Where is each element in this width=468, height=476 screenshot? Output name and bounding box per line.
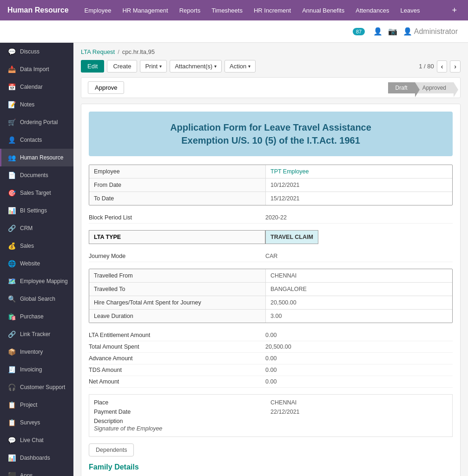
payment-date-value: 22/12/2021 <box>270 409 300 415</box>
block-period-label: Block Period List <box>89 214 265 221</box>
place-value: CHENNAI <box>270 399 297 406</box>
place-section: Place CHENNAI Payment Date 22/12/2021 De… <box>89 394 453 437</box>
sidebar-item-sales-target[interactable]: 🎯 Sales Target <box>0 184 73 202</box>
sidebar-item-live-chat[interactable]: 💬 Live Chat <box>0 431 73 449</box>
nav-attendances[interactable]: Attendances <box>351 4 394 17</box>
sidebar-item-employee-mapping[interactable]: 🗺️ Employee Mapping <box>0 272 73 290</box>
sidebar-item-inventory[interactable]: 📦 Inventory <box>0 343 73 361</box>
camera-icon: 📷 <box>388 27 397 36</box>
lta-entitlement-value: 0.00 <box>265 332 277 338</box>
inventory-icon: 📦 <box>7 347 16 357</box>
discuss-icon: 💬 <box>7 47 16 56</box>
employee-date-table: Employee TPT Employee From Date 10/12/20… <box>89 165 453 205</box>
status-pipeline: Draft Approved <box>388 82 454 93</box>
user-info: 👤 Administrator <box>403 27 458 36</box>
customer-support-icon: 🎧 <box>7 383 16 392</box>
sidebar-item-contacts[interactable]: 👤 Contacts <box>0 131 73 149</box>
edit-button[interactable]: Edit <box>81 60 104 73</box>
sidebar: 💬 Discuss 📥 Data Import 📅 Calendar 📝 Not… <box>0 43 73 476</box>
sidebar-item-website[interactable]: 🌐 Website <box>0 255 73 272</box>
invoicing-icon: 🧾 <box>7 365 16 374</box>
sidebar-item-link-tracker[interactable]: 🔗 Link Tracker <box>0 325 73 343</box>
sidebar-item-ordering-portal[interactable]: 🛒 Ordering Portal <box>0 113 73 131</box>
notification-badge[interactable]: 87 <box>353 28 365 35</box>
human-resource-icon: 👥 <box>7 153 16 162</box>
sales-target-icon: 🎯 <box>7 188 16 198</box>
sidebar-item-customer-support[interactable]: 🎧 Customer Support <box>0 378 73 396</box>
tds-amount-value: 0.00 <box>265 367 277 373</box>
sidebar-item-dashboards[interactable]: 📊 Dashboards <box>0 449 73 467</box>
sidebar-item-human-resource[interactable]: 👥 Human Resource <box>0 149 73 166</box>
signature-text: Signature of the Employee <box>94 425 448 432</box>
sidebar-item-notes[interactable]: 📝 Notes <box>0 96 73 113</box>
nav-reports[interactable]: Reports <box>175 4 205 17</box>
nav-timesheets[interactable]: Timesheets <box>207 4 247 17</box>
dependents-tab[interactable]: Dependents <box>89 443 134 456</box>
surveys-icon: 📋 <box>7 418 16 427</box>
print-button[interactable]: Print ▾ <box>140 60 167 73</box>
create-button[interactable]: Create <box>107 60 137 73</box>
net-amount-row: Net Amount 0.00 <box>89 376 453 388</box>
block-period-value: 2020-22 <box>265 214 287 221</box>
breadcrumb-separator: / <box>118 48 119 55</box>
sidebar-item-invoicing[interactable]: 🧾 Invoicing <box>0 361 73 378</box>
nav-annual-benefits[interactable]: Annual Benefits <box>297 4 349 17</box>
breadcrumb: LTA Request / cpc.hr.lta,95 <box>81 48 461 55</box>
next-page-button[interactable]: › <box>450 60 461 73</box>
nav-leaves[interactable]: Leaves <box>396 4 425 17</box>
prev-page-button[interactable]: ‹ <box>437 60 448 73</box>
sidebar-item-purchase[interactable]: 🛍️ Purchase <box>0 308 73 325</box>
sidebar-item-crm[interactable]: 🔗 CRM <box>0 219 73 237</box>
advance-amount-value: 0.00 <box>265 355 277 362</box>
attachments-button[interactable]: Attachment(s) ▾ <box>170 60 222 73</box>
sidebar-item-discuss[interactable]: 💬 Discuss <box>0 43 73 60</box>
form-card: Application Form for Leave Travel Assist… <box>81 104 461 476</box>
action-button[interactable]: Action ▾ <box>224 60 256 73</box>
form-header: Application Form for Leave Travel Assist… <box>89 112 453 156</box>
sidebar-item-apps[interactable]: ⬛ Apps <box>0 467 73 476</box>
place-row: Place CHENNAI <box>94 399 448 406</box>
travelled-to-row: Travelled To BANGALORE <box>89 283 452 296</box>
block-period-section: Block Period List 2020-22 <box>89 212 453 224</box>
sidebar-item-bi-settings[interactable]: 📊 BI Settings <box>0 202 73 219</box>
ordering-portal-icon: 🛒 <box>7 118 16 127</box>
pagination-info: 1 / 80 <box>419 63 434 70</box>
net-amount-value: 0.00 <box>265 378 277 385</box>
breadcrumb-link[interactable]: LTA Request <box>81 48 115 55</box>
sidebar-item-data-import[interactable]: 📥 Data Import <box>0 60 73 78</box>
nav-links: Employee HR Management Reports Timesheet… <box>80 4 448 17</box>
nav-add-button[interactable]: + <box>448 6 461 15</box>
family-details-section: Family Details Name Relationship Contact… <box>89 463 453 476</box>
employee-label: Employee <box>89 165 266 178</box>
sidebar-item-surveys[interactable]: 📋 Surveys <box>0 414 73 431</box>
travelled-from-row: Travelled From CHENNAI <box>89 269 452 283</box>
journey-mode-row: Journey Mode CAR <box>89 251 453 262</box>
block-period-row: Block Period List 2020-22 <box>89 212 453 224</box>
description-row: Description Signature of the Employee <box>94 418 448 432</box>
approve-button[interactable]: Approve <box>88 81 124 94</box>
sidebar-item-documents[interactable]: 📄 Documents <box>0 166 73 184</box>
travelled-from-label: Travelled From <box>89 269 266 282</box>
sidebar-item-calendar[interactable]: 📅 Calendar <box>0 78 73 96</box>
tds-amount-label: TDS Amount <box>89 367 265 373</box>
sidebar-item-project[interactable]: 📋 Project <box>0 396 73 414</box>
sidebar-item-sales[interactable]: 💰 Sales <box>0 237 73 255</box>
dashboards-icon: 📊 <box>7 453 16 463</box>
nav-hr-management[interactable]: HR Management <box>118 4 172 17</box>
user-icon[interactable]: 👤 <box>373 27 382 36</box>
nav-employee[interactable]: Employee <box>80 4 116 17</box>
travel-table: Travelled From CHENNAI Travelled To BANG… <box>89 269 453 323</box>
global-search-icon: 🔍 <box>7 294 16 304</box>
employee-value[interactable]: TPT Employee <box>266 165 452 178</box>
journey-mode-label: Journey Mode <box>89 253 265 259</box>
travelled-from-value: CHENNAI <box>266 269 452 282</box>
total-amount-value: 20,500.00 <box>265 344 291 350</box>
to-date-label: To Date <box>89 192 266 205</box>
secondary-bar: 87 👤 📷 👤 Administrator <box>0 20 468 43</box>
apps-icon: ⬛ <box>7 471 16 476</box>
sidebar-item-global-search[interactable]: 🔍 Global Search <box>0 290 73 308</box>
data-import-icon: 📥 <box>7 65 16 74</box>
action-dropdown-icon: ▾ <box>248 64 250 69</box>
from-date-value: 10/12/2021 <box>266 178 452 192</box>
nav-hr-increment[interactable]: HR Increment <box>249 4 296 17</box>
